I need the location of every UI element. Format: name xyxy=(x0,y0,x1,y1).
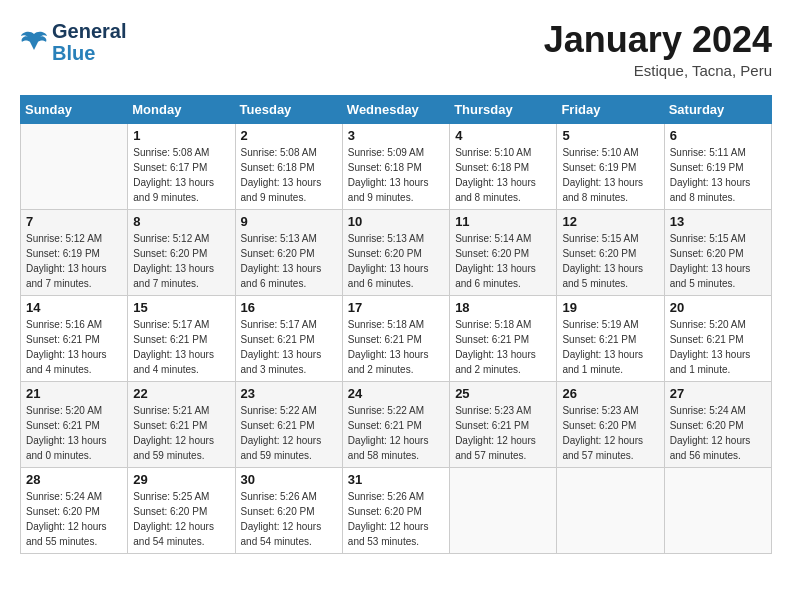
day-number: 8 xyxy=(133,214,229,229)
day-info: Sunrise: 5:17 AM Sunset: 6:21 PM Dayligh… xyxy=(133,317,229,377)
calendar-cell xyxy=(450,467,557,553)
day-number: 19 xyxy=(562,300,658,315)
calendar-cell: 4Sunrise: 5:10 AM Sunset: 6:18 PM Daylig… xyxy=(450,123,557,209)
day-number: 18 xyxy=(455,300,551,315)
calendar-cell: 31Sunrise: 5:26 AM Sunset: 6:20 PM Dayli… xyxy=(342,467,449,553)
day-info: Sunrise: 5:14 AM Sunset: 6:20 PM Dayligh… xyxy=(455,231,551,291)
calendar-cell: 7Sunrise: 5:12 AM Sunset: 6:19 PM Daylig… xyxy=(21,209,128,295)
day-info: Sunrise: 5:13 AM Sunset: 6:20 PM Dayligh… xyxy=(241,231,337,291)
day-info: Sunrise: 5:26 AM Sunset: 6:20 PM Dayligh… xyxy=(241,489,337,549)
day-number: 10 xyxy=(348,214,444,229)
day-info: Sunrise: 5:13 AM Sunset: 6:20 PM Dayligh… xyxy=(348,231,444,291)
calendar-cell: 19Sunrise: 5:19 AM Sunset: 6:21 PM Dayli… xyxy=(557,295,664,381)
day-number: 9 xyxy=(241,214,337,229)
calendar-cell: 26Sunrise: 5:23 AM Sunset: 6:20 PM Dayli… xyxy=(557,381,664,467)
day-info: Sunrise: 5:10 AM Sunset: 6:19 PM Dayligh… xyxy=(562,145,658,205)
day-info: Sunrise: 5:16 AM Sunset: 6:21 PM Dayligh… xyxy=(26,317,122,377)
week-row-4: 21Sunrise: 5:20 AM Sunset: 6:21 PM Dayli… xyxy=(21,381,772,467)
day-info: Sunrise: 5:23 AM Sunset: 6:21 PM Dayligh… xyxy=(455,403,551,463)
calendar-cell: 23Sunrise: 5:22 AM Sunset: 6:21 PM Dayli… xyxy=(235,381,342,467)
calendar-cell: 9Sunrise: 5:13 AM Sunset: 6:20 PM Daylig… xyxy=(235,209,342,295)
calendar-cell xyxy=(557,467,664,553)
calendar-cell: 25Sunrise: 5:23 AM Sunset: 6:21 PM Dayli… xyxy=(450,381,557,467)
day-number: 30 xyxy=(241,472,337,487)
calendar-cell xyxy=(664,467,771,553)
calendar-cell: 22Sunrise: 5:21 AM Sunset: 6:21 PM Dayli… xyxy=(128,381,235,467)
day-info: Sunrise: 5:17 AM Sunset: 6:21 PM Dayligh… xyxy=(241,317,337,377)
day-number: 21 xyxy=(26,386,122,401)
calendar-cell: 3Sunrise: 5:09 AM Sunset: 6:18 PM Daylig… xyxy=(342,123,449,209)
day-number: 25 xyxy=(455,386,551,401)
calendar-cell: 1Sunrise: 5:08 AM Sunset: 6:17 PM Daylig… xyxy=(128,123,235,209)
day-info: Sunrise: 5:23 AM Sunset: 6:20 PM Dayligh… xyxy=(562,403,658,463)
day-number: 12 xyxy=(562,214,658,229)
logo: General Blue xyxy=(20,20,126,64)
calendar-cell: 27Sunrise: 5:24 AM Sunset: 6:20 PM Dayli… xyxy=(664,381,771,467)
day-info: Sunrise: 5:12 AM Sunset: 6:19 PM Dayligh… xyxy=(26,231,122,291)
calendar-cell: 20Sunrise: 5:20 AM Sunset: 6:21 PM Dayli… xyxy=(664,295,771,381)
day-info: Sunrise: 5:25 AM Sunset: 6:20 PM Dayligh… xyxy=(133,489,229,549)
header-day-friday: Friday xyxy=(557,95,664,123)
day-info: Sunrise: 5:12 AM Sunset: 6:20 PM Dayligh… xyxy=(133,231,229,291)
day-number: 20 xyxy=(670,300,766,315)
day-info: Sunrise: 5:15 AM Sunset: 6:20 PM Dayligh… xyxy=(670,231,766,291)
day-number: 24 xyxy=(348,386,444,401)
week-row-5: 28Sunrise: 5:24 AM Sunset: 6:20 PM Dayli… xyxy=(21,467,772,553)
day-info: Sunrise: 5:18 AM Sunset: 6:21 PM Dayligh… xyxy=(348,317,444,377)
calendar-cell: 28Sunrise: 5:24 AM Sunset: 6:20 PM Dayli… xyxy=(21,467,128,553)
day-number: 2 xyxy=(241,128,337,143)
header-day-sunday: Sunday xyxy=(21,95,128,123)
header-row: SundayMondayTuesdayWednesdayThursdayFrid… xyxy=(21,95,772,123)
calendar-cell: 16Sunrise: 5:17 AM Sunset: 6:21 PM Dayli… xyxy=(235,295,342,381)
day-info: Sunrise: 5:21 AM Sunset: 6:21 PM Dayligh… xyxy=(133,403,229,463)
calendar-body: 1Sunrise: 5:08 AM Sunset: 6:17 PM Daylig… xyxy=(21,123,772,553)
day-info: Sunrise: 5:10 AM Sunset: 6:18 PM Dayligh… xyxy=(455,145,551,205)
header-day-monday: Monday xyxy=(128,95,235,123)
logo-bird-icon xyxy=(20,30,48,54)
day-number: 11 xyxy=(455,214,551,229)
calendar-cell: 11Sunrise: 5:14 AM Sunset: 6:20 PM Dayli… xyxy=(450,209,557,295)
day-info: Sunrise: 5:22 AM Sunset: 6:21 PM Dayligh… xyxy=(241,403,337,463)
week-row-2: 7Sunrise: 5:12 AM Sunset: 6:19 PM Daylig… xyxy=(21,209,772,295)
day-number: 5 xyxy=(562,128,658,143)
day-number: 28 xyxy=(26,472,122,487)
calendar-cell: 8Sunrise: 5:12 AM Sunset: 6:20 PM Daylig… xyxy=(128,209,235,295)
week-row-3: 14Sunrise: 5:16 AM Sunset: 6:21 PM Dayli… xyxy=(21,295,772,381)
day-info: Sunrise: 5:18 AM Sunset: 6:21 PM Dayligh… xyxy=(455,317,551,377)
calendar-cell xyxy=(21,123,128,209)
day-number: 17 xyxy=(348,300,444,315)
week-row-1: 1Sunrise: 5:08 AM Sunset: 6:17 PM Daylig… xyxy=(21,123,772,209)
header-day-saturday: Saturday xyxy=(664,95,771,123)
month-title: January 2024 xyxy=(544,20,772,60)
page-header: General Blue January 2024 Estique, Tacna… xyxy=(20,20,772,79)
calendar-cell: 24Sunrise: 5:22 AM Sunset: 6:21 PM Dayli… xyxy=(342,381,449,467)
day-number: 13 xyxy=(670,214,766,229)
day-info: Sunrise: 5:08 AM Sunset: 6:18 PM Dayligh… xyxy=(241,145,337,205)
calendar-cell: 29Sunrise: 5:25 AM Sunset: 6:20 PM Dayli… xyxy=(128,467,235,553)
calendar-cell: 15Sunrise: 5:17 AM Sunset: 6:21 PM Dayli… xyxy=(128,295,235,381)
header-day-wednesday: Wednesday xyxy=(342,95,449,123)
day-number: 6 xyxy=(670,128,766,143)
day-number: 23 xyxy=(241,386,337,401)
calendar-cell: 30Sunrise: 5:26 AM Sunset: 6:20 PM Dayli… xyxy=(235,467,342,553)
calendar-cell: 12Sunrise: 5:15 AM Sunset: 6:20 PM Dayli… xyxy=(557,209,664,295)
day-info: Sunrise: 5:15 AM Sunset: 6:20 PM Dayligh… xyxy=(562,231,658,291)
header-day-tuesday: Tuesday xyxy=(235,95,342,123)
logo-text: General Blue xyxy=(52,20,126,64)
day-number: 3 xyxy=(348,128,444,143)
calendar-cell: 18Sunrise: 5:18 AM Sunset: 6:21 PM Dayli… xyxy=(450,295,557,381)
day-number: 26 xyxy=(562,386,658,401)
day-info: Sunrise: 5:24 AM Sunset: 6:20 PM Dayligh… xyxy=(26,489,122,549)
day-number: 27 xyxy=(670,386,766,401)
day-number: 15 xyxy=(133,300,229,315)
day-number: 22 xyxy=(133,386,229,401)
day-number: 4 xyxy=(455,128,551,143)
calendar-cell: 2Sunrise: 5:08 AM Sunset: 6:18 PM Daylig… xyxy=(235,123,342,209)
day-number: 7 xyxy=(26,214,122,229)
calendar-cell: 17Sunrise: 5:18 AM Sunset: 6:21 PM Dayli… xyxy=(342,295,449,381)
day-info: Sunrise: 5:26 AM Sunset: 6:20 PM Dayligh… xyxy=(348,489,444,549)
day-number: 29 xyxy=(133,472,229,487)
day-info: Sunrise: 5:19 AM Sunset: 6:21 PM Dayligh… xyxy=(562,317,658,377)
calendar-cell: 6Sunrise: 5:11 AM Sunset: 6:19 PM Daylig… xyxy=(664,123,771,209)
day-info: Sunrise: 5:08 AM Sunset: 6:17 PM Dayligh… xyxy=(133,145,229,205)
